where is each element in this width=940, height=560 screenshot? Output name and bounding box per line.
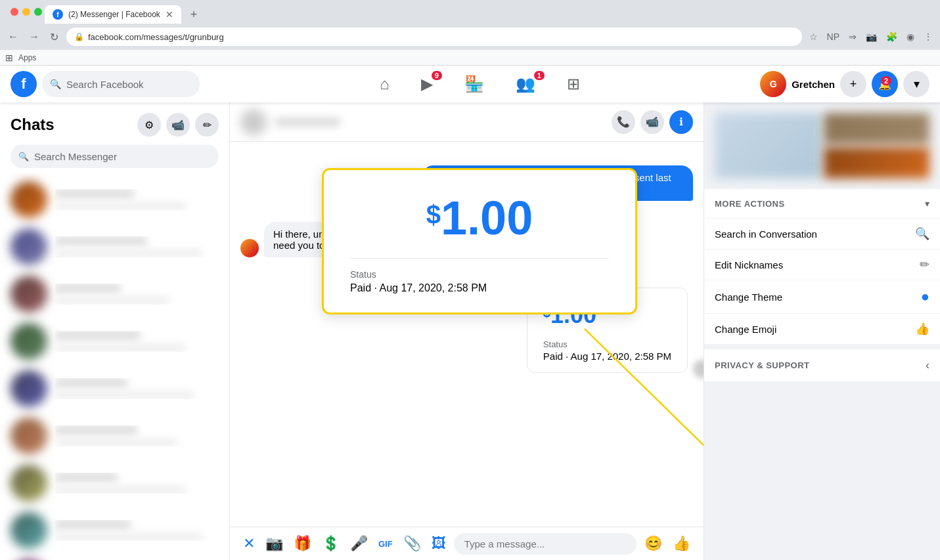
- add-button[interactable]: +: [840, 71, 866, 97]
- more-actions-title: MORE ACTIONS: [715, 199, 785, 209]
- image-button[interactable]: 🖼: [429, 532, 449, 555]
- video-call-button[interactable]: 📹: [166, 113, 190, 137]
- info-button[interactable]: ℹ: [669, 110, 693, 134]
- chat-item[interactable]: [0, 223, 229, 270]
- popup-amount: 1.00: [441, 192, 533, 244]
- change-theme-item[interactable]: Change Theme ●: [704, 280, 940, 313]
- emoji-button[interactable]: 😊: [642, 532, 665, 555]
- popup-divider: [350, 258, 609, 259]
- cast-button[interactable]: ⇒: [847, 30, 859, 44]
- info-icon: ℹ: [679, 116, 683, 128]
- chat-info: [55, 378, 219, 399]
- chat-item[interactable]: [0, 507, 229, 554]
- puzzle-button[interactable]: 🧩: [884, 30, 899, 44]
- search-conversation-item[interactable]: Search in Conversation 🔍: [704, 218, 940, 249]
- watch-badge: 9: [432, 71, 442, 80]
- compose-icon: ✏: [203, 119, 212, 131]
- nav-marketplace[interactable]: 🏪: [449, 66, 500, 102]
- chat-item[interactable]: [0, 554, 229, 560]
- gif-button[interactable]: GIF: [376, 536, 395, 551]
- extensions-button[interactable]: NP: [825, 30, 841, 44]
- edit-nicknames-icon: ✏: [920, 257, 929, 272]
- sender-avatar: [240, 239, 259, 257]
- popup-status-value: Paid · Aug 17, 2020, 2:58 PM: [350, 282, 609, 294]
- facebook-logo[interactable]: f: [11, 71, 37, 97]
- user-avatar[interactable]: G: [760, 71, 786, 97]
- cancel-button[interactable]: ✕: [240, 532, 257, 555]
- apps-label: Apps: [18, 53, 36, 62]
- chat-item[interactable]: [0, 460, 229, 507]
- settings-button[interactable]: ⚙: [137, 113, 161, 137]
- tab-close-button[interactable]: ✕: [166, 9, 173, 20]
- forward-button[interactable]: →: [26, 28, 42, 45]
- reload-button[interactable]: ↻: [47, 28, 61, 46]
- chat-item[interactable]: [0, 270, 229, 318]
- expand-icon: ▾: [925, 198, 929, 209]
- new-tab-button[interactable]: +: [187, 7, 202, 23]
- more-actions-section: MORE ACTIONS ▾ Search in Conversation 🔍 …: [704, 189, 940, 344]
- profile-button[interactable]: ◉: [905, 30, 916, 44]
- browser-dot-green[interactable]: [34, 8, 42, 16]
- payment-button[interactable]: 💲: [319, 532, 342, 555]
- nav-gaming[interactable]: ⊞: [551, 66, 596, 102]
- nav-friends[interactable]: 👥 1: [500, 66, 551, 102]
- privacy-header[interactable]: PRIVACY & SUPPORT ‹: [704, 349, 940, 381]
- payment-status-value: Paid · Aug 17, 2020, 2:58 PM: [543, 351, 671, 362]
- chat-input-bar: ✕ 📷 🎁 💲 🎤 GIF 📎 🖼 😊 👍: [230, 527, 704, 560]
- chat-item[interactable]: [0, 318, 229, 365]
- message-input[interactable]: [454, 533, 637, 555]
- tab-title: (2) Messenger | Facebook: [68, 10, 160, 19]
- search-conversation-icon: 🔍: [915, 226, 929, 241]
- attachment-button[interactable]: 📎: [401, 532, 424, 555]
- video-icon: 📹: [646, 116, 659, 128]
- video-icon: 📹: [171, 119, 185, 131]
- chat-info: [55, 473, 219, 494]
- chat-avatar: [11, 228, 47, 265]
- nav-watch[interactable]: ▶ 9: [405, 66, 449, 102]
- messenger-search-placeholder: Search Messenger: [34, 151, 117, 162]
- edit-nicknames-label: Edit Nicknames: [715, 259, 783, 270]
- video-call-button[interactable]: 📹: [640, 110, 664, 134]
- chat-item[interactable]: [0, 412, 229, 460]
- chat-list: [0, 173, 229, 560]
- more-actions-header[interactable]: MORE ACTIONS ▾: [704, 189, 940, 218]
- back-button[interactable]: ←: [5, 28, 21, 45]
- address-bar[interactable]: 🔒 facebook.com/messages/t/grunburg: [66, 28, 802, 46]
- browser-dot-yellow[interactable]: [22, 8, 30, 16]
- change-theme-label: Change Theme: [715, 291, 782, 303]
- change-emoji-item[interactable]: Change Emoji 👍: [704, 313, 940, 344]
- edit-nicknames-item[interactable]: Edit Nicknames ✏: [704, 249, 940, 280]
- payment-popup: $1.00 Status Paid · Aug 17, 2020, 2:58 P…: [322, 168, 637, 314]
- browser-dot-red[interactable]: [11, 8, 18, 16]
- messenger-search[interactable]: 🔍 Search Messenger: [11, 144, 219, 168]
- camera-button[interactable]: 📷: [864, 30, 879, 44]
- search-icon: 🔍: [50, 79, 61, 89]
- phone-call-button[interactable]: 📞: [612, 110, 635, 134]
- nav-right: G Gretchen + 🔔 2 ▾: [760, 71, 929, 97]
- chat-info: [55, 284, 219, 305]
- more-button[interactable]: ⋮: [922, 30, 935, 44]
- chat-contact-avatar: [240, 109, 267, 135]
- browser-tab[interactable]: f (2) Messenger | Facebook ✕: [45, 5, 181, 24]
- chat-item[interactable]: [0, 365, 229, 412]
- chats-title: Chats: [11, 116, 137, 134]
- nav-home[interactable]: ⌂: [364, 66, 405, 102]
- like-send-button[interactable]: 👍: [670, 532, 693, 555]
- mic-button[interactable]: 🎤: [347, 532, 370, 555]
- chats-sidebar: Chats ⚙ 📹 ✏ 🔍 Search Messenger: [0, 102, 230, 560]
- chat-avatar: [11, 370, 47, 407]
- settings-icon: ⚙: [145, 119, 154, 131]
- chat-item[interactable]: [0, 176, 229, 223]
- compose-button[interactable]: ✏: [195, 113, 219, 137]
- friends-icon: 👥: [516, 75, 535, 93]
- notification-badge: 2: [881, 76, 891, 85]
- popup-dollar-sign: $: [426, 200, 441, 230]
- camera-input-button[interactable]: 📷: [263, 532, 286, 555]
- notification-button[interactable]: 🔔 2: [872, 71, 898, 97]
- chat-contact-name: [275, 118, 340, 127]
- facebook-search[interactable]: 🔍 Search Facebook: [42, 71, 200, 97]
- sticker-button[interactable]: 🎁: [291, 532, 314, 555]
- chevron-button[interactable]: ▾: [903, 71, 929, 97]
- change-theme-icon: ●: [921, 288, 929, 305]
- bookmark-button[interactable]: ☆: [807, 30, 820, 44]
